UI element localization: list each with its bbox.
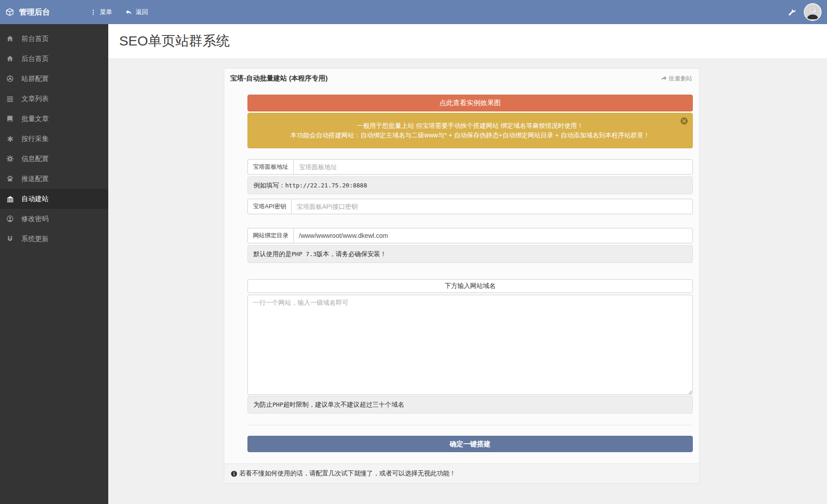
bind-dir-label: 网站绑定目录 bbox=[247, 228, 293, 243]
bind-dir-hint: 默认使用的是PHP 7.3版本，请务必确保安装！ bbox=[247, 245, 693, 263]
sidebar-item-site-cluster-config[interactable]: 站群配置 bbox=[0, 69, 108, 89]
page-title-bar: SEO单页站群系统 bbox=[108, 24, 827, 58]
hint-code: http://22.21.75.20:8888 bbox=[285, 182, 367, 189]
panel-body: 点此查看实例效果图 一般用于想批量上站 但宝塔需要手动挨个搭建网站 绑定域名等麻… bbox=[224, 86, 699, 464]
asterisk-icon bbox=[6, 136, 14, 142]
panel-heading: 宝塔-自动批量建站 (本程序专用) 批量删站 bbox=[224, 69, 699, 86]
hint-text: 超时限制，建议单次不建议超过三十个域名 bbox=[283, 401, 404, 408]
sidebar-item-system-update[interactable]: 系统更新 bbox=[0, 229, 108, 249]
sidebar-item-label: 推送配置 bbox=[21, 175, 49, 183]
sidebar-item-label: 前台首页 bbox=[21, 35, 49, 43]
sidebar-item-label: 按行采集 bbox=[21, 135, 49, 143]
back-label: 返回 bbox=[136, 8, 148, 16]
panel-address-group: 宝塔面板地址 bbox=[247, 159, 693, 175]
sidebar-item-label: 文章列表 bbox=[21, 95, 49, 103]
domains-textarea[interactable] bbox=[247, 295, 693, 395]
sidebar-item-admin-home[interactable]: 后台首页 bbox=[0, 49, 108, 69]
menu-label: 菜单 bbox=[100, 8, 112, 16]
baota-panel: 宝塔-自动批量建站 (本程序专用) 批量删站 点此查看实例效果图 bbox=[224, 68, 700, 484]
user-avatar[interactable] bbox=[804, 3, 822, 21]
api-key-input[interactable] bbox=[291, 199, 693, 214]
batch-delete-sites-link[interactable]: 批量删站 bbox=[661, 75, 692, 83]
info-icon bbox=[231, 470, 237, 477]
app-brand: 管理后台 bbox=[0, 7, 90, 17]
sidebar-item-auto-site-build[interactable]: 自动建站 bbox=[0, 189, 108, 209]
domains-hint: 为防止PHP超时限制，建议单次不建议超过三十个域名 bbox=[247, 396, 693, 413]
submit-build-button[interactable]: 确定一键搭建 bbox=[247, 436, 693, 452]
page-title: SEO单页站群系统 bbox=[119, 32, 230, 50]
sidebar-item-push-config[interactable]: 推送配置 bbox=[0, 169, 108, 189]
topbar-right bbox=[788, 3, 827, 21]
book-icon bbox=[6, 115, 14, 122]
list-icon bbox=[6, 95, 14, 102]
sidebar-item-label: 后台首页 bbox=[21, 55, 49, 63]
panel-title: 宝塔-自动批量建站 (本程序专用) bbox=[230, 74, 328, 83]
gear-icon bbox=[6, 155, 14, 162]
sidebar-item-info-config[interactable]: 信息配置 bbox=[0, 149, 108, 169]
brand-title: 管理后台 bbox=[19, 7, 50, 17]
view-example-button[interactable]: 点此查看实例效果图 bbox=[247, 95, 693, 111]
divider bbox=[247, 425, 693, 425]
hint-text: 默认使用的是 bbox=[253, 250, 292, 257]
api-key-group: 宝塔API密钥 bbox=[247, 199, 693, 214]
sidebar-item-label: 批量文章 bbox=[21, 115, 49, 123]
sidebar: 前台首页 后台首页 站群配置 文章列表 bbox=[0, 24, 108, 504]
sidebar-item-change-password[interactable]: 修改密码 bbox=[0, 209, 108, 229]
sidebar-item-article-list[interactable]: 文章列表 bbox=[0, 89, 108, 109]
sidebar-item-label: 系统更新 bbox=[21, 235, 49, 243]
share-arrow-icon bbox=[661, 75, 667, 82]
panel-address-hint: 例如填写：http://22.21.75.20:8888 bbox=[247, 176, 693, 194]
sidebar-item-batch-articles[interactable]: 批量文章 bbox=[0, 109, 108, 129]
home-icon bbox=[6, 35, 14, 42]
alert-line-2: 本功能会自动搭建网站：自动绑定主域名与二级www与* + 自动保存伪静态+自动绑… bbox=[268, 131, 672, 140]
magnet-icon bbox=[6, 235, 14, 242]
sidebar-item-label: 站群配置 bbox=[21, 75, 49, 83]
bind-dir-group: 网站绑定目录 bbox=[247, 228, 693, 243]
panel-footer: 若看不懂如何使用的话，请配置几次试下就懂了，或者可以选择无视此功能！ bbox=[224, 464, 699, 483]
sidebar-item-label: 信息配置 bbox=[21, 155, 49, 163]
chrome-icon bbox=[6, 75, 14, 82]
hint-code: PHP bbox=[272, 401, 283, 408]
usage-alert: 一般用于想批量上站 但宝塔需要手动挨个搭建网站 绑定域名等麻烦情况时使用！ 本功… bbox=[247, 113, 693, 148]
back-button[interactable]: 返回 bbox=[125, 8, 148, 16]
alert-line-1: 一般用于想批量上站 但宝塔需要手动挨个搭建网站 绑定域名等麻烦情况时使用！ bbox=[268, 121, 672, 131]
panel-address-label: 宝塔面板地址 bbox=[247, 159, 293, 175]
hint-text: 例如填写： bbox=[253, 181, 285, 189]
content: 宝塔-自动批量建站 (本程序专用) 批量删站 点此查看实例效果图 bbox=[108, 58, 827, 484]
sidebar-item-label: 修改密码 bbox=[21, 215, 49, 223]
home-icon bbox=[6, 55, 14, 62]
topbar: 管理后台 菜单 返回 bbox=[0, 0, 827, 24]
paw-icon bbox=[6, 175, 14, 182]
sidebar-item-front-home[interactable]: 前台首页 bbox=[0, 29, 108, 49]
cube-icon bbox=[5, 8, 14, 16]
hint-text: 为防止 bbox=[253, 401, 272, 408]
panel-address-input[interactable] bbox=[293, 159, 693, 175]
hint-text: 版本，请务必确保安装！ bbox=[317, 250, 387, 257]
close-icon[interactable] bbox=[680, 117, 688, 125]
domains-header: 下方输入网站域名 bbox=[247, 279, 693, 293]
hint-code: PHP 7.3 bbox=[292, 251, 317, 257]
user-circle-icon bbox=[6, 215, 14, 222]
batch-delete-sites-label: 批量删站 bbox=[669, 75, 692, 83]
reply-arrow-icon bbox=[125, 9, 132, 16]
api-key-label: 宝塔API密钥 bbox=[247, 199, 291, 214]
footer-note: 若看不懂如何使用的话，请配置几次试下就懂了，或者可以选择无视此功能！ bbox=[239, 469, 456, 478]
kebab-icon bbox=[90, 9, 96, 15]
bank-icon bbox=[6, 195, 14, 203]
bind-dir-input[interactable] bbox=[293, 228, 693, 243]
wrench-icon[interactable] bbox=[788, 8, 796, 16]
sidebar-item-line-collect[interactable]: 按行采集 bbox=[0, 129, 108, 149]
menu-toggle[interactable]: 菜单 bbox=[90, 8, 112, 16]
main-area: SEO单页站群系统 宝塔-自动批量建站 (本程序专用) 批量删站 bbox=[108, 24, 827, 504]
sidebar-item-label: 自动建站 bbox=[21, 195, 49, 203]
